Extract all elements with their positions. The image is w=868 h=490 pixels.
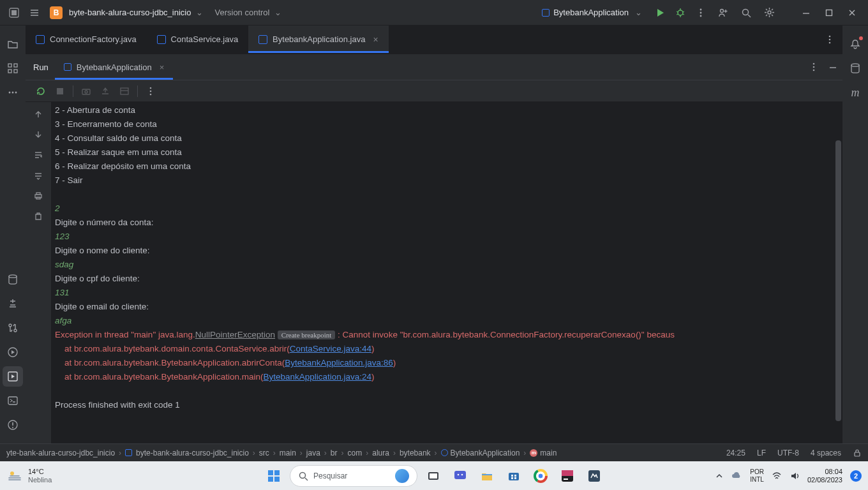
window-minimize-button[interactable] — [795, 4, 817, 22]
rerun-button[interactable] — [32, 82, 50, 100]
run-config-tab[interactable]: BytebankApplication × — [55, 54, 173, 80]
java-file-icon — [36, 35, 45, 44]
layout-icon[interactable] — [116, 82, 133, 100]
weather-widget[interactable]: 14°CNeblina — [6, 468, 52, 484]
line-separator[interactable]: LF — [757, 449, 766, 457]
git-tool-icon[interactable] — [3, 318, 23, 338]
taskbar-search[interactable]: Pesquisar — [290, 465, 417, 487]
exception-link[interactable]: NullPointerException — [195, 330, 275, 339]
module-icon — [125, 449, 132, 456]
app-icon[interactable] — [583, 465, 605, 487]
caret-position[interactable]: 24:25 — [726, 449, 745, 457]
services-tool-icon[interactable] — [3, 342, 23, 362]
tray-chevron-icon[interactable] — [715, 472, 723, 480]
stack-link[interactable]: BytebankApplication.java:24 — [263, 372, 371, 382]
problems-tool-icon[interactable] — [3, 415, 23, 435]
main-menu-icon[interactable] — [26, 4, 43, 22]
svg-rect-47 — [268, 470, 273, 475]
svg-rect-9 — [827, 10, 832, 15]
intellij-icon[interactable] — [557, 465, 578, 487]
onedrive-icon[interactable] — [731, 470, 742, 482]
bookmarks-tool-icon[interactable] — [3, 293, 23, 314]
stop-button[interactable] — [51, 82, 69, 100]
toolwindow-hide-icon[interactable] — [823, 57, 842, 77]
more-run-options-icon[interactable] — [692, 4, 710, 22]
export-icon[interactable] — [96, 82, 114, 100]
vertical-scrollbar[interactable] — [835, 140, 841, 421]
code-with-me-icon[interactable] — [712, 4, 734, 22]
version-control-menu[interactable]: Version control⌄ — [214, 8, 281, 17]
editor-tab[interactable]: ContaService.java — [147, 26, 249, 53]
breadcrumbs[interactable]: yte-bank-alura-curso-jdbc_inicio› byte-b… — [6, 449, 557, 457]
svg-point-31 — [829, 41, 831, 43]
settings-icon[interactable] — [758, 4, 780, 22]
window-close-button[interactable] — [841, 4, 863, 22]
toolwindow-options-icon[interactable] — [804, 57, 823, 77]
editor-tab[interactable]: BytebankApplication.java × — [248, 26, 388, 53]
task-view-icon[interactable] — [423, 465, 444, 487]
soft-wrap-icon[interactable] — [31, 148, 45, 162]
start-button[interactable] — [263, 465, 285, 487]
debug-button[interactable] — [671, 4, 689, 22]
volume-icon[interactable] — [789, 471, 800, 481]
terminal-tool-icon[interactable] — [3, 390, 23, 411]
database-tool-icon[interactable] — [3, 269, 23, 290]
editor-tab[interactable]: ConnectionFactory.java — [26, 26, 147, 53]
weather-icon — [6, 468, 23, 484]
svg-rect-53 — [430, 473, 437, 479]
svg-rect-57 — [482, 474, 492, 475]
file-explorer-icon[interactable] — [476, 465, 498, 487]
svg-rect-54 — [454, 471, 466, 479]
indent-setting[interactable]: 4 spaces — [811, 449, 841, 457]
wifi-icon[interactable] — [772, 471, 782, 481]
svg-rect-12 — [8, 70, 11, 73]
app-icon[interactable] — [5, 4, 23, 22]
svg-rect-43 — [36, 193, 40, 195]
run-more-icon[interactable] — [142, 82, 160, 100]
svg-rect-38 — [121, 88, 128, 94]
snapshot-icon[interactable] — [77, 82, 95, 100]
structure-tool-icon[interactable] — [3, 58, 23, 78]
svg-point-39 — [150, 87, 152, 89]
project-name[interactable]: byte-bank-alura-curso-jdbc_inicio — [69, 8, 191, 17]
run-tool-icon[interactable] — [3, 366, 23, 387]
search-everywhere-icon[interactable] — [735, 4, 757, 22]
clock[interactable]: 08:0402/08/2023 — [807, 468, 842, 484]
svg-rect-61 — [511, 477, 513, 479]
svg-point-14 — [9, 92, 11, 94]
maven-icon[interactable]: m — [845, 82, 865, 103]
scroll-follow-icon[interactable] — [31, 168, 45, 182]
file-encoding[interactable]: UTF-8 — [777, 449, 799, 457]
svg-point-55 — [458, 473, 460, 475]
svg-rect-36 — [82, 89, 90, 94]
notifications-icon[interactable] — [845, 34, 865, 54]
close-run-tab-icon[interactable]: × — [160, 63, 165, 72]
svg-point-16 — [15, 92, 17, 94]
readonly-lock-icon[interactable] — [853, 449, 862, 457]
notification-badge[interactable]: 2 — [850, 470, 862, 482]
stack-link[interactable]: BytebankApplication.java:86 — [285, 358, 393, 368]
stack-link[interactable]: ContaService.java:44 — [290, 344, 371, 353]
editor-tabs-more-icon[interactable] — [817, 26, 842, 53]
more-tools-icon[interactable] — [3, 82, 23, 103]
create-breakpoint-button[interactable]: Create breakpoint — [278, 330, 336, 339]
clear-console-icon[interactable] — [31, 209, 45, 223]
run-button[interactable] — [651, 4, 669, 22]
language-indicator[interactable]: PORINTL — [750, 468, 764, 484]
close-tab-icon[interactable]: × — [373, 34, 378, 45]
run-config-selector[interactable]: BytebankApplication ⌄ — [535, 5, 648, 20]
scroll-to-top-icon[interactable] — [31, 107, 45, 121]
window-maximize-button[interactable] — [818, 4, 840, 22]
left-tool-stripe — [0, 26, 26, 461]
chevron-down-icon[interactable]: ⌄ — [196, 8, 203, 17]
scroll-to-end-icon[interactable] — [31, 128, 45, 142]
microsoft-store-icon[interactable] — [503, 465, 525, 487]
project-tool-icon[interactable] — [3, 34, 23, 54]
chat-icon[interactable] — [449, 465, 471, 487]
svg-point-5 — [700, 15, 702, 17]
database-right-icon[interactable] — [845, 58, 865, 78]
chrome-icon[interactable] — [530, 465, 551, 487]
run-console[interactable]: 2 - Abertura de conta 3 - Encerramento d… — [51, 102, 842, 461]
print-icon[interactable] — [31, 189, 45, 203]
project-chip[interactable]: B — [50, 6, 63, 19]
